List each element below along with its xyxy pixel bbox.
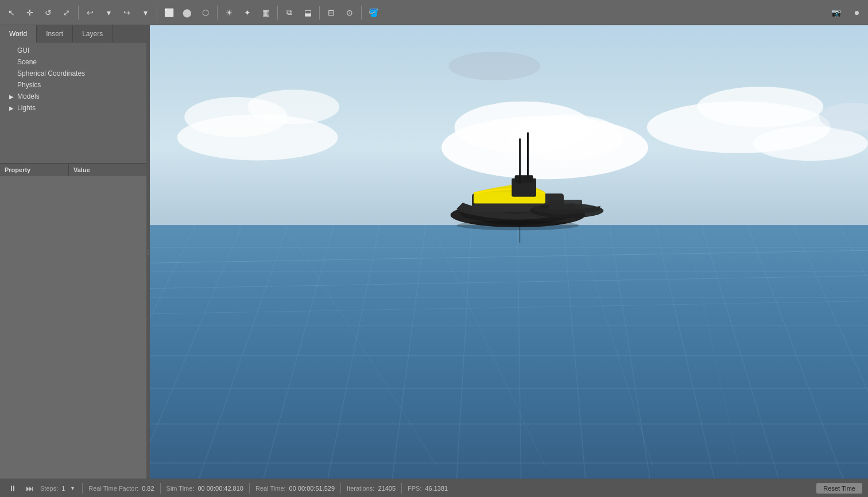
svg-line-14	[293, 238, 437, 466]
3d-viewport[interactable]	[150, 25, 868, 479]
tree-arrow-lights: ▶	[9, 105, 15, 111]
scale-tool-button[interactable]: ⤢	[58, 4, 75, 21]
svg-rect-24	[527, 133, 529, 178]
svg-rect-26	[548, 200, 582, 209]
iterations-label: Iterations:	[347, 485, 374, 492]
svg-point-8	[753, 126, 868, 161]
tree-item-scene[interactable]: Scene	[0, 56, 146, 68]
tree-item-physics[interactable]: Physics	[0, 79, 146, 91]
svg-point-27	[456, 220, 579, 230]
main-area: World Insert Layers GUI Scene Spherical …	[0, 25, 868, 479]
rotate-tool-button[interactable]: ↺	[40, 4, 57, 21]
sphere-button[interactable]: ⬤	[179, 4, 196, 21]
real-time-label: Real Time:	[255, 485, 286, 492]
align-button[interactable]: ⊟	[323, 4, 340, 21]
box-button[interactable]: ⬜	[160, 4, 177, 21]
select-tool-button[interactable]: ↖	[3, 4, 20, 21]
boat-svg	[426, 118, 610, 244]
steps-value: 1	[61, 485, 65, 492]
tree-item-lights[interactable]: ▶ Lights	[0, 102, 146, 114]
toolbar-separator-2	[157, 6, 157, 20]
svg-rect-23	[519, 139, 521, 185]
toolbar-separator-6	[361, 6, 362, 20]
undo-dropdown-button[interactable]: ▾	[100, 4, 117, 21]
toolbar-separator-5	[319, 6, 320, 20]
redo-dropdown-button[interactable]: ▾	[137, 4, 154, 21]
pause-button[interactable]: ⏸	[6, 482, 20, 495]
svg-point-5	[247, 90, 339, 124]
status-sep-1	[82, 483, 83, 494]
area-light-button[interactable]: ▦	[257, 4, 274, 21]
svg-rect-22	[514, 176, 533, 183]
toolbar-separator-4	[277, 6, 278, 20]
sim-time-label: Sim Time:	[166, 485, 195, 492]
svg-line-13	[150, 301, 868, 313]
status-sep-4	[340, 483, 341, 494]
redo-button[interactable]: ↪	[118, 4, 135, 21]
property-panel: Property Value	[0, 163, 146, 479]
translate-tool-button[interactable]: ✛	[21, 4, 38, 21]
tab-world[interactable]: World	[0, 25, 37, 42]
property-header: Property Value	[0, 164, 146, 176]
main-toolbar: ↖ ✛ ↺ ⤢ ↩ ▾ ↪ ▾ ⬜ ⬤ ⬡ ☀ ✦ ▦ ⧉ ⬓ ⊟ ⊙ 🪣 📷 …	[0, 0, 868, 25]
fill-button[interactable]: 🪣	[365, 4, 382, 21]
tree-item-models[interactable]: ▶ Models	[0, 91, 146, 102]
sun-light-button[interactable]: ☀	[220, 4, 238, 21]
rtf-value: 0.82	[142, 485, 154, 492]
screenshot-button[interactable]: 📷	[827, 4, 844, 21]
fps-label: FPS:	[408, 485, 421, 492]
toolbar-separator-1	[78, 6, 79, 20]
steps-dropdown[interactable]: ▾	[68, 482, 76, 495]
tree-item-gui[interactable]: GUI	[0, 45, 146, 56]
reset-time-button[interactable]: Reset Time	[816, 483, 862, 494]
tab-bar: World Insert Layers	[0, 25, 146, 42]
real-time-value: 00 00:00:51.529	[289, 485, 335, 492]
steps-label: Steps:	[40, 485, 58, 492]
point-light-button[interactable]: ✦	[239, 4, 256, 21]
step-button[interactable]: ⏭	[23, 482, 37, 495]
rtf-label: Real Time Factor:	[88, 485, 138, 492]
record-button[interactable]: ⏺	[848, 4, 865, 21]
sidebar: World Insert Layers GUI Scene Spherical …	[0, 25, 146, 479]
status-sep-2	[160, 483, 161, 494]
status-sep-5	[401, 483, 402, 494]
status-bar: ⏸ ⏭ Steps: 1 ▾ Real Time Factor: 0.82 Si…	[0, 479, 868, 497]
fps-value: 46.1381	[425, 485, 448, 492]
property-content	[0, 176, 146, 479]
tab-insert[interactable]: Insert	[37, 25, 73, 42]
toolbar-right: 📷 ⏺	[827, 4, 866, 21]
toolbar-separator-3	[217, 6, 218, 20]
undo-button[interactable]: ↩	[82, 4, 99, 21]
copy-button[interactable]: ⧉	[281, 4, 298, 21]
status-sep-3	[249, 483, 250, 494]
tree-item-spherical-coordinates[interactable]: Spherical Coordinates	[0, 68, 146, 79]
paste-button[interactable]: ⬓	[299, 4, 316, 21]
svg-point-10	[448, 52, 540, 80]
cylinder-button[interactable]: ⬡	[197, 4, 214, 21]
svg-line-17	[688, 238, 739, 466]
svg-point-7	[697, 87, 823, 127]
property-col-header: Property	[0, 164, 69, 176]
snap-button[interactable]: ⊙	[341, 4, 358, 21]
world-tree: GUI Scene Spherical Coordinates Physics …	[0, 42, 146, 163]
tab-layers[interactable]: Layers	[73, 25, 113, 42]
value-col-header: Value	[69, 164, 95, 176]
boat-model	[458, 173, 630, 288]
sim-time-value: 00 00:00:42.810	[197, 485, 243, 492]
iterations-value: 21405	[378, 485, 396, 492]
tree-arrow-models: ▶	[9, 94, 15, 100]
